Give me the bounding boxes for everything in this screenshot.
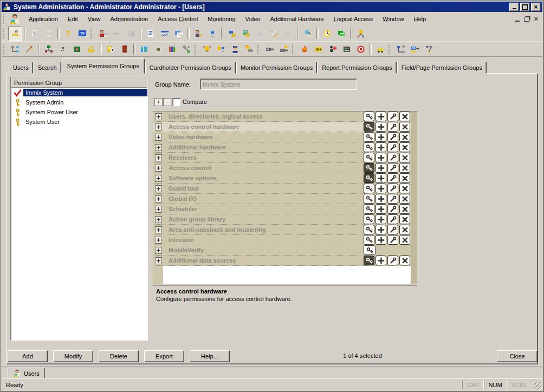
permission-category-row[interactable]: MobileVerify [153, 245, 411, 256]
add-permission-button[interactable] [375, 214, 386, 224]
delete-permission-button[interactable] [399, 173, 410, 183]
minimize-button[interactable] [509, 3, 519, 11]
expand-icon[interactable] [155, 175, 162, 182]
context-help-button[interactable]: ?! [75, 27, 89, 41]
list-scrollbar[interactable] [411, 112, 417, 284]
server-edit-button[interactable] [267, 27, 281, 41]
modify-permission-button[interactable] [387, 142, 398, 152]
permission-category-row[interactable]: Users, directories, logical access [153, 112, 411, 122]
menu-help[interactable]: Help [409, 14, 431, 24]
expand-icon[interactable] [155, 144, 162, 151]
workstations-button[interactable] [205, 27, 219, 41]
add-permission-button[interactable] [375, 225, 386, 234]
expand-icon[interactable] [155, 123, 162, 130]
modify-permission-button[interactable] [387, 204, 398, 214]
mdi-minimize-button[interactable] [515, 21, 520, 22]
view-permission-button[interactable] [364, 112, 374, 121]
menu-additional-hardware[interactable]: Additional Hardware [265, 14, 329, 24]
intrusion-target-button[interactable] [354, 42, 368, 56]
expand-all-button[interactable]: + [154, 98, 163, 106]
delete-permission-button[interactable] [399, 204, 410, 214]
export-config-button[interactable] [408, 42, 422, 56]
add-permission-button[interactable] [375, 112, 386, 121]
alarm-routing-button[interactable] [354, 27, 368, 41]
add-permission-button[interactable] [375, 122, 386, 132]
add-permission-button[interactable] [375, 184, 386, 193]
menu-edit[interactable]: Edit [63, 14, 83, 24]
permission-category-row[interactable]: Software options [153, 173, 411, 184]
permission-category-row[interactable]: Additional hardware [153, 142, 411, 153]
doors-button[interactable] [118, 42, 132, 56]
modify-permission-button[interactable] [387, 235, 398, 245]
add-permission-button[interactable] [375, 204, 386, 214]
alarms-button[interactable] [200, 42, 214, 56]
mdi-close-button[interactable]: × [534, 16, 538, 22]
permission-group-item[interactable]: System Admin [11, 97, 147, 107]
view-permission-button[interactable] [364, 245, 375, 255]
delete-permission-button[interactable] [399, 132, 410, 142]
modify-permission-button[interactable] [387, 173, 398, 183]
view-permission-button[interactable] [364, 194, 374, 204]
tab-users[interactable]: Users [9, 62, 33, 74]
permission-category-row[interactable]: Additional data sources [153, 256, 411, 266]
menu-application[interactable]: Application [24, 14, 63, 24]
view-permission-button[interactable] [364, 256, 374, 265]
permission-category-row[interactable]: Guard tour [153, 184, 411, 194]
delete-permission-button[interactable] [399, 112, 410, 121]
expand-icon[interactable] [155, 257, 162, 264]
device-status-button[interactable] [151, 42, 165, 56]
menu-logical-access[interactable]: Logical Access [329, 14, 378, 24]
view-permission-button[interactable] [364, 132, 374, 142]
monitor-setup-button[interactable] [225, 27, 239, 41]
delete-permission-button[interactable] [399, 225, 410, 234]
view-permission-button[interactable] [364, 163, 374, 173]
users-module-button[interactable] [8, 27, 22, 41]
delete-permission-button[interactable] [399, 142, 410, 152]
expand-icon[interactable] [155, 226, 162, 233]
tab-system-permission-groups[interactable]: System Permission Groups [62, 58, 145, 74]
access-hardware-tree-button[interactable] [42, 42, 56, 56]
permission-category-row[interactable]: Action group library [153, 214, 411, 225]
export-button[interactable]: Export [144, 350, 184, 362]
expand-icon[interactable] [155, 113, 162, 120]
hardware-tree-button[interactable] [8, 42, 22, 56]
view-permission-button[interactable] [364, 184, 374, 193]
alarm-camera-button[interactable] [242, 42, 256, 56]
permission-category-row[interactable]: Access control hardware [153, 122, 411, 132]
help-button[interactable]: Help... [190, 350, 230, 362]
view-permission-button[interactable] [364, 204, 374, 214]
modify-permission-button[interactable] [387, 122, 398, 132]
fire-alarms-button[interactable] [297, 42, 312, 56]
expand-icon[interactable] [155, 237, 162, 244]
modify-button[interactable]: Modify [53, 350, 93, 362]
permission-category-row[interactable]: Intrusion [153, 235, 411, 245]
video-camera-button[interactable] [263, 42, 277, 56]
expand-icon[interactable] [155, 134, 162, 141]
mustering-button[interactable] [326, 42, 340, 56]
guards-button[interactable] [228, 42, 242, 56]
menu-administration[interactable]: Administration [105, 14, 153, 24]
permission-group-item[interactable]: System User [11, 117, 147, 127]
tab-cardholder-permission-groups[interactable]: Cardholder Permission Groups [145, 62, 236, 74]
intercom-button[interactable] [312, 42, 326, 56]
tab-field-page-permission-groups[interactable]: Field/Page Permission Groups [397, 62, 487, 74]
maximize-button[interactable] [520, 3, 530, 11]
delete-permission-button[interactable] [399, 194, 410, 204]
compare-checkbox[interactable] [172, 98, 180, 106]
modify-permission-button[interactable] [387, 132, 398, 142]
vehicle-button[interactable] [373, 42, 387, 56]
modify-permission-button[interactable] [387, 184, 398, 193]
delete-permission-button[interactable] [399, 256, 410, 265]
expand-icon[interactable] [155, 216, 162, 223]
modify-permission-button[interactable] [387, 214, 398, 224]
view-permission-button[interactable] [364, 142, 374, 152]
view-permission-button[interactable] [364, 235, 374, 245]
database-export-button[interactable] [301, 27, 315, 41]
close-button[interactable]: × [531, 3, 541, 11]
expand-icon[interactable] [155, 154, 162, 161]
collapse-all-button[interactable]: − [163, 98, 171, 106]
holidays-button[interactable] [103, 42, 118, 56]
view-permission-button[interactable] [364, 214, 374, 224]
help-button[interactable]: ? [61, 27, 75, 41]
delete-permission-button[interactable] [399, 153, 410, 162]
